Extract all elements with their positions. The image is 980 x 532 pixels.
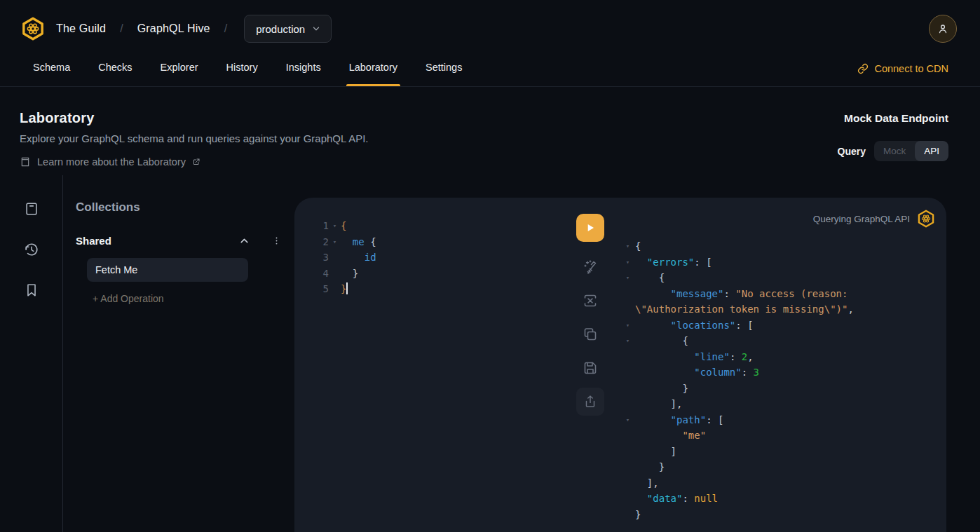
link-icon xyxy=(857,63,869,74)
fold-arrow-icon xyxy=(329,281,341,297)
kebab-menu-icon[interactable] xyxy=(271,236,282,246)
tab-explorer[interactable]: Explorer xyxy=(159,57,200,86)
fold-arrow-icon xyxy=(620,364,635,381)
main-nav: SchemaChecksExplorerHistoryInsightsLabor… xyxy=(0,57,980,87)
fold-arrow-icon xyxy=(329,250,341,266)
line-number: 2 xyxy=(318,234,329,250)
tab-history[interactable]: History xyxy=(225,57,259,86)
top-bar: The Guild / GraphQL Hive / production xyxy=(0,0,980,57)
breadcrumb-project[interactable]: GraphQL Hive xyxy=(137,22,210,35)
code-line: ▾ "locations": [ xyxy=(620,318,946,334)
code-line: ▾{ xyxy=(620,238,946,254)
collection-group-name[interactable]: Shared xyxy=(76,235,111,247)
fold-arrow-icon[interactable]: ▾ xyxy=(620,238,635,254)
breadcrumb-org[interactable]: The Guild xyxy=(56,22,106,35)
code-line: "data": null xyxy=(620,491,946,507)
code-line: ], xyxy=(620,475,946,491)
fold-arrow-icon[interactable]: ▾ xyxy=(620,270,635,286)
fold-arrow-icon xyxy=(620,286,635,302)
code-text: } xyxy=(635,381,688,397)
code-line: 3 id xyxy=(318,250,568,266)
code-text: { xyxy=(341,218,346,234)
tab-schema[interactable]: Schema xyxy=(32,57,72,86)
copy-icon[interactable] xyxy=(582,326,599,343)
code-text: ], xyxy=(635,396,682,412)
connect-to-cdn-label: Connect to CDN xyxy=(874,63,948,74)
line-number: 1 xyxy=(318,218,329,234)
tab-settings[interactable]: Settings xyxy=(424,57,463,86)
operation-item[interactable]: Fetch Me xyxy=(87,258,248,282)
environment-selector[interactable]: production xyxy=(244,15,332,43)
tab-checks[interactable]: Checks xyxy=(97,57,133,86)
code-text: ], xyxy=(635,475,659,491)
response-status: Querying GraphQL API xyxy=(813,214,910,224)
fold-arrow-icon xyxy=(620,396,635,412)
execute-query-button[interactable] xyxy=(576,214,604,242)
fold-arrow-icon xyxy=(620,444,635,460)
code-line: } xyxy=(620,381,946,397)
tab-insights[interactable]: Insights xyxy=(285,57,322,86)
user-menu-avatar[interactable] xyxy=(929,15,957,43)
chevron-up-icon[interactable] xyxy=(238,235,250,247)
text-cursor xyxy=(346,282,348,294)
editor-toolbar xyxy=(576,214,604,416)
merge-icon[interactable] xyxy=(582,292,599,309)
code-text: "column": 3 xyxy=(635,364,759,381)
code-text: { xyxy=(635,333,688,349)
response-header: Querying GraphQL API xyxy=(813,210,935,228)
code-text: "line": 2, xyxy=(635,349,754,365)
learn-more-label: Learn more about the Laboratory xyxy=(37,156,186,168)
collections-icon[interactable] xyxy=(24,201,39,217)
fold-arrow-icon[interactable]: ▾ xyxy=(620,412,635,428)
play-icon xyxy=(585,222,596,233)
code-text: "path": [ xyxy=(635,412,723,428)
prettify-icon[interactable] xyxy=(582,259,599,275)
fold-arrow-icon[interactable]: ▾ xyxy=(329,218,341,234)
line-number: 5 xyxy=(318,281,329,297)
code-text: "me" xyxy=(635,428,706,444)
code-line: ▾ { xyxy=(620,270,946,286)
add-operation-button[interactable]: + Add Operation xyxy=(93,293,282,304)
fold-arrow-icon[interactable]: ▾ xyxy=(620,318,635,334)
fold-arrow-icon[interactable]: ▾ xyxy=(620,254,635,271)
fold-arrow-icon xyxy=(620,428,635,444)
history-icon[interactable] xyxy=(24,242,39,257)
code-line: } xyxy=(620,507,946,523)
connect-to-cdn-button[interactable]: Connect to CDN xyxy=(857,57,948,74)
code-line: 4 } xyxy=(318,266,568,282)
fold-arrow-icon xyxy=(620,507,635,523)
code-text: { xyxy=(635,238,641,254)
chevron-down-icon xyxy=(311,24,321,34)
toggle-option-api[interactable]: API xyxy=(915,141,948,161)
query-editor[interactable]: 1▾{2▾ me {3 id4 }5} xyxy=(294,198,568,297)
tab-list: SchemaChecksExplorerHistoryInsightsLabor… xyxy=(32,57,463,86)
code-text: } xyxy=(341,266,358,282)
share-icon[interactable] xyxy=(576,388,604,416)
hive-logo-icon[interactable] xyxy=(21,17,45,41)
code-line: 2▾ me { xyxy=(318,234,568,250)
code-text: "locations": [ xyxy=(635,318,754,334)
fold-arrow-icon[interactable]: ▾ xyxy=(620,333,635,349)
external-link-icon xyxy=(192,158,200,166)
save-icon[interactable] xyxy=(582,360,599,376)
code-line: 5} xyxy=(318,281,568,297)
tab-laboratory[interactable]: Laboratory xyxy=(348,57,399,86)
response-viewer: ▾{▾ "errors": [▾ { "message": "No access… xyxy=(617,198,946,522)
bookmark-icon[interactable] xyxy=(24,282,39,298)
code-text: me { xyxy=(341,234,376,250)
breadcrumb-separator: / xyxy=(120,22,123,35)
fold-arrow-icon[interactable]: ▾ xyxy=(329,234,341,250)
operation-list: Fetch Me xyxy=(76,258,282,282)
code-text: } xyxy=(635,459,665,475)
toggle-option-mock[interactable]: Mock xyxy=(874,141,915,161)
learn-more-link[interactable]: Learn more about the Laboratory xyxy=(20,156,369,168)
collection-group-row: Shared xyxy=(76,235,282,247)
code-line: \"Authorization token is missing\")", xyxy=(620,301,946,318)
book-icon xyxy=(20,156,31,168)
laboratory-content: Collections Shared Fetch Me + Add Operat… xyxy=(0,175,980,532)
fold-arrow-icon xyxy=(620,491,635,507)
response-pane: Querying GraphQL API ▾{▾ "errors": [▾ { xyxy=(617,198,946,532)
collections-panel: Collections Shared Fetch Me + Add Operat… xyxy=(63,175,294,532)
line-number: 4 xyxy=(318,266,329,282)
page-description: Explore your GraphQL schema and run quer… xyxy=(20,132,369,144)
